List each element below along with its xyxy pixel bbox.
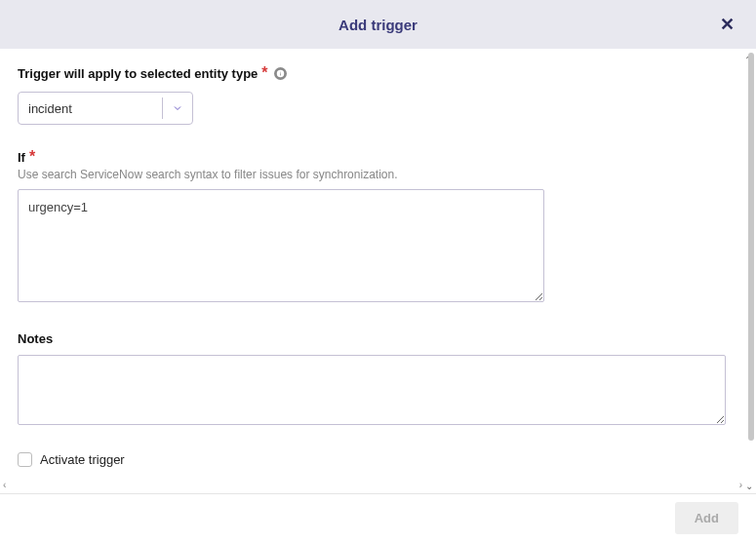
required-indicator: *: [29, 148, 35, 166]
notes-textarea[interactable]: [18, 355, 726, 425]
scroll-left-icon[interactable]: ‹: [3, 480, 6, 490]
entity-type-group: Trigger will apply to selected entity ty…: [18, 64, 738, 125]
entity-type-label-row: Trigger will apply to selected entity ty…: [18, 64, 738, 82]
notes-label: Notes: [18, 331, 53, 346]
activate-label: Activate trigger: [40, 452, 125, 467]
close-button[interactable]: ✕: [716, 12, 738, 37]
add-button[interactable]: Add: [675, 502, 738, 534]
activate-row: Activate trigger: [18, 452, 738, 467]
scroll-down-icon[interactable]: ⌄: [745, 481, 753, 491]
modal-footer: Add: [0, 493, 756, 542]
info-icon[interactable]: [274, 67, 287, 80]
entity-type-value: incident: [19, 101, 162, 116]
scroll-thumb[interactable]: [748, 53, 754, 441]
close-icon: ✕: [720, 15, 735, 34]
if-label: If: [18, 150, 25, 165]
if-group: If* Use search ServiceNow search syntax …: [18, 148, 738, 306]
modal-content: Trigger will apply to selected entity ty…: [0, 49, 756, 493]
notes-group: Notes: [18, 329, 738, 429]
vertical-scrollbar[interactable]: [746, 49, 756, 493]
modal-title: Add trigger: [338, 17, 418, 33]
activate-checkbox[interactable]: [18, 452, 32, 467]
chevron-down-icon: [163, 102, 192, 114]
entity-type-label: Trigger will apply to selected entity ty…: [18, 66, 258, 81]
modal-header: Add trigger ✕: [0, 0, 756, 49]
required-indicator: *: [261, 64, 267, 82]
scroll-right-icon[interactable]: ›: [739, 480, 742, 490]
if-help-text: Use search ServiceNow search syntax to f…: [18, 168, 738, 181]
if-textarea[interactable]: [18, 189, 544, 302]
if-label-row: If*: [18, 148, 738, 166]
entity-type-select[interactable]: incident: [18, 92, 193, 125]
